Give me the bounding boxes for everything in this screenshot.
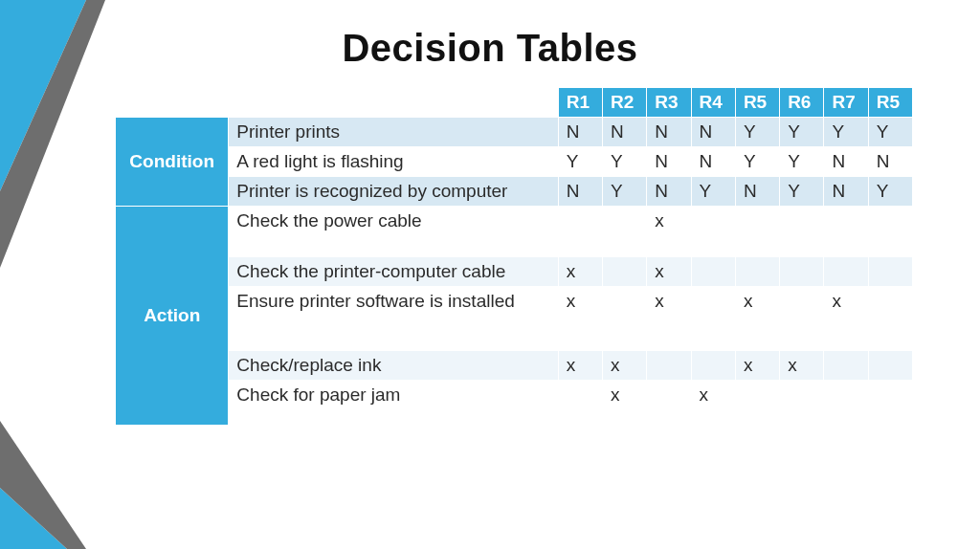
action-cell <box>735 207 779 257</box>
rule-head: R7 <box>824 88 868 118</box>
action-cell: x <box>558 287 602 351</box>
action-cell <box>780 381 824 426</box>
action-cell: x <box>824 287 868 351</box>
action-cell: x <box>558 257 602 287</box>
action-cell <box>824 351 868 381</box>
action-label: Ensure printer software is installed <box>229 287 558 351</box>
action-label: Check the printer-computer cable <box>229 257 558 287</box>
decision-table: R1 R2 R3 R4 R5 R6 R7 R5 Condition Printe… <box>115 87 913 426</box>
condition-label: A red light is flashing <box>229 147 558 177</box>
condition-cell: Y <box>603 177 647 207</box>
svg-marker-2 <box>0 488 67 549</box>
action-cell <box>735 257 779 287</box>
action-cell <box>691 351 735 381</box>
condition-cell: N <box>647 118 691 147</box>
blank-head-2 <box>229 88 558 118</box>
rule-header-row: R1 R2 R3 R4 R5 R6 R7 R5 <box>116 88 913 118</box>
action-cell <box>647 381 691 426</box>
action-cell <box>824 257 868 287</box>
action-cell <box>868 351 912 381</box>
action-cell <box>603 257 647 287</box>
action-row: Ensure printer software is installed x x… <box>116 287 913 351</box>
condition-cell: Y <box>868 177 912 207</box>
action-cell: x <box>780 351 824 381</box>
rule-head: R4 <box>691 88 735 118</box>
action-label: Check the power cable <box>229 207 558 257</box>
condition-cell: N <box>647 147 691 177</box>
condition-cell: Y <box>780 177 824 207</box>
condition-cell: Y <box>780 118 824 147</box>
condition-cell: Y <box>735 118 779 147</box>
action-cell: x <box>603 381 647 426</box>
action-label: Check/replace ink <box>229 351 558 381</box>
action-cell: x <box>603 351 647 381</box>
action-cell <box>735 381 779 426</box>
action-cell <box>780 287 824 351</box>
action-cell <box>691 287 735 351</box>
condition-cell: Y <box>558 147 602 177</box>
action-cell <box>603 287 647 351</box>
action-row: Check/replace ink x x x x <box>116 351 913 381</box>
action-cell <box>558 207 602 257</box>
action-cell <box>868 381 912 426</box>
rule-head: R6 <box>780 88 824 118</box>
action-cell: x <box>647 207 691 257</box>
condition-cell: N <box>603 118 647 147</box>
action-cell: x <box>691 381 735 426</box>
condition-cell: Y <box>691 177 735 207</box>
action-cell: x <box>735 287 779 351</box>
condition-cell: N <box>824 177 868 207</box>
action-cell <box>691 257 735 287</box>
condition-cell: N <box>558 118 602 147</box>
page-title: Decision Tables <box>0 0 980 87</box>
decision-table-container: R1 R2 R3 R4 R5 R6 R7 R5 Condition Printe… <box>0 87 980 426</box>
condition-cell: N <box>558 177 602 207</box>
condition-label: Printer prints <box>229 118 558 147</box>
condition-cell: N <box>691 118 735 147</box>
rule-head: R3 <box>647 88 691 118</box>
condition-cell: Y <box>824 118 868 147</box>
action-cell <box>824 381 868 426</box>
condition-row: Condition Printer prints N N N N Y Y Y Y <box>116 118 913 147</box>
action-section-label: Action <box>116 207 229 426</box>
action-cell <box>824 207 868 257</box>
action-cell: x <box>735 351 779 381</box>
action-cell: x <box>558 351 602 381</box>
action-cell <box>603 207 647 257</box>
condition-cell: Y <box>780 147 824 177</box>
condition-cell: N <box>691 147 735 177</box>
rule-head: R2 <box>603 88 647 118</box>
action-cell <box>868 257 912 287</box>
svg-marker-3 <box>0 421 86 549</box>
action-label: Check for paper jam <box>229 381 558 426</box>
action-cell <box>647 351 691 381</box>
rule-head: R5 <box>868 88 912 118</box>
condition-cell: Y <box>603 147 647 177</box>
action-cell <box>780 257 824 287</box>
condition-cell: Y <box>868 118 912 147</box>
condition-cell: N <box>647 177 691 207</box>
action-cell <box>691 207 735 257</box>
action-cell <box>780 207 824 257</box>
action-cell: x <box>647 257 691 287</box>
rule-head: R5 <box>735 88 779 118</box>
action-cell <box>868 207 912 257</box>
condition-cell: N <box>824 147 868 177</box>
condition-cell: Y <box>735 147 779 177</box>
condition-section-label: Condition <box>116 118 229 207</box>
action-cell <box>558 381 602 426</box>
condition-row: Printer is recognized by computer N Y N … <box>116 177 913 207</box>
condition-cell: N <box>735 177 779 207</box>
rule-head: R1 <box>558 88 602 118</box>
blank-head-1 <box>116 88 229 118</box>
condition-cell: N <box>868 147 912 177</box>
action-row: Check for paper jam x x <box>116 381 913 426</box>
action-row: Check the printer-computer cable x x <box>116 257 913 287</box>
action-row: Action Check the power cable x <box>116 207 913 257</box>
condition-row: A red light is flashing Y Y N N Y Y N N <box>116 147 913 177</box>
action-cell: x <box>647 287 691 351</box>
action-cell <box>868 287 912 351</box>
condition-label: Printer is recognized by computer <box>229 177 558 207</box>
